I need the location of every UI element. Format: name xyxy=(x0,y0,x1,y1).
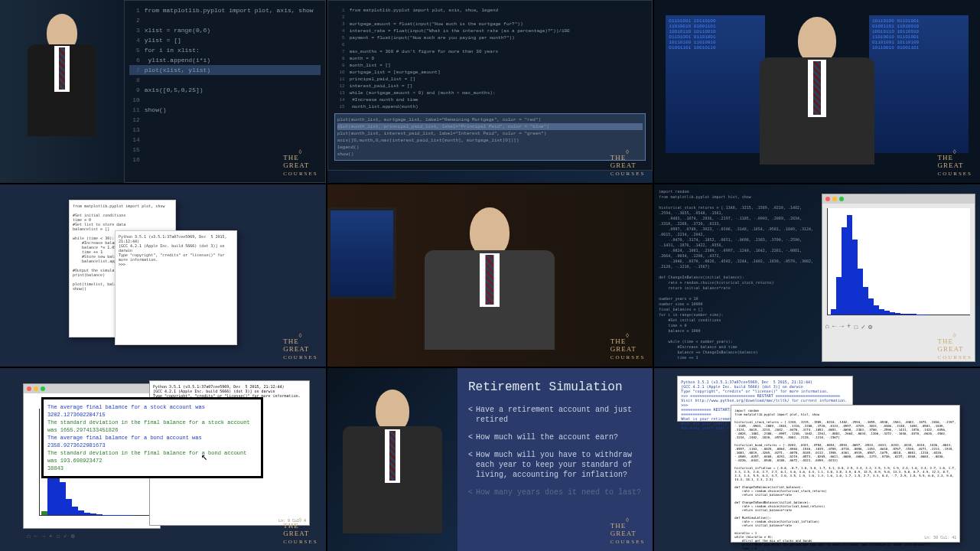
cursor-icon: ↖ xyxy=(201,450,207,463)
cell-8: Retirement Simulation Have a retirement … xyxy=(327,368,653,551)
office-screen xyxy=(327,207,396,299)
brand-logo: THEGREATCOURSES xyxy=(937,332,972,360)
shell-window: Python 3.5.1 (v3.5.1:37a07cee5969, Dec 5… xyxy=(115,230,237,345)
output-text-box: The average final balance for a stock ac… xyxy=(41,397,263,478)
cell-4: from matplotlib.pyplot import plot, show… xyxy=(0,184,326,367)
cell-9: Python 3.5.1 (v3.5.1:37a07cee5969, Dec 5… xyxy=(654,368,980,551)
slide-item: How many years does it need to last? xyxy=(468,487,642,497)
slide-title: Retirement Simulation xyxy=(468,380,642,394)
presenter-center xyxy=(654,0,980,183)
slide-item: How much will the account earn? xyxy=(468,432,642,442)
histogram-chart xyxy=(827,208,970,315)
brand-logo: THEGREATCOURSES xyxy=(610,517,646,545)
cell-2: 1from matplotlib.pyplot import plot, axi… xyxy=(327,0,653,183)
cell-3: 01101001 1011010011010010 01001101100101… xyxy=(654,0,980,183)
editor-window-9: import random from matplotlib.pyplot imp… xyxy=(731,405,960,543)
cell-7: ⌂ ← → + ☐ ✓ ⚙ Python 3.5.1 (v3.5.1:37a07… xyxy=(0,368,326,551)
presenter-8 xyxy=(327,368,457,551)
chart-titlebar xyxy=(822,194,975,204)
code-panel-6: import random from matplotlib.pyplot imp… xyxy=(654,184,821,367)
slide-item: Have a retirement account and just retir… xyxy=(468,405,642,425)
brand-logo: THEGREATCOURSES xyxy=(610,148,646,177)
brand-logo: THEGREATCOURSES xyxy=(283,517,318,545)
brand-logo: THEGREATCOURSES xyxy=(283,332,318,360)
cell-5: THEGREATCOURSES xyxy=(327,184,653,367)
brand-logo: THEGREATCOURSES xyxy=(283,148,318,177)
cell-1: 1from matplotlib.pyplot import plot, axi… xyxy=(0,0,326,183)
cell-6: import random from matplotlib.pyplot imp… xyxy=(654,184,980,367)
brand-logo: THEGREATCOURSES xyxy=(610,332,646,360)
slide-item: How much will you have to withdraw each … xyxy=(468,450,642,480)
code-panel-2: 1from matplotlib.pyplot import plot, axi… xyxy=(327,0,653,171)
presenter-left xyxy=(0,0,124,183)
